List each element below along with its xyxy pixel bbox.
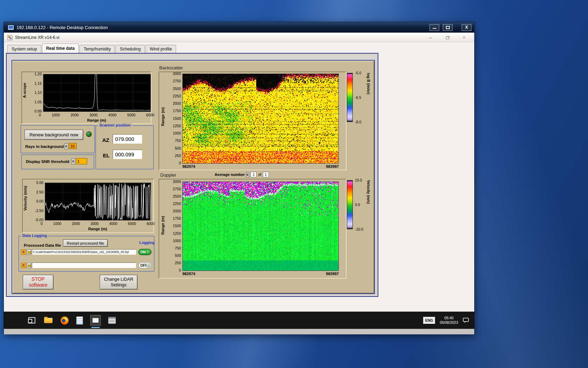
front-panel: Backscatter A-scope 1.201.151.101.050.99… — [6, 53, 378, 297]
snr-spinner[interactable] — [71, 158, 75, 164]
velocity-y-ticks: 5.002.500.00-2.50-5.00 — [27, 180, 43, 222]
doppler-x-ticks: 982974983997 — [182, 272, 339, 276]
backscatter-title: Backscatter — [159, 65, 183, 70]
backscatter-colorbar: -5.0-6.5-8.0 log B (/m/sr) — [347, 73, 376, 132]
taskbar-icons — [28, 312, 116, 329]
main-panel: Backscatter A-scope 1.201.151.101.050.99… — [12, 60, 375, 294]
processed-data-file-label: Processed Data file — [24, 243, 61, 247]
rdp-maximize-button[interactable] — [443, 24, 453, 31]
tab-scheduling[interactable]: Scheduling — [115, 45, 145, 53]
average-number-field[interactable]: 1 — [251, 172, 257, 177]
file-explorer-icon[interactable] — [44, 316, 53, 325]
doppler-colorbar-ticks: 10.00.0-10.0 — [355, 178, 363, 231]
app-close-button[interactable]: × — [460, 35, 469, 40]
el-label: EL — [103, 152, 110, 158]
restart-processed-file-button[interactable]: Restart processed file — [63, 239, 108, 247]
average-spinner[interactable] — [246, 172, 249, 177]
average-number-row: Average number 1 of 1 — [215, 172, 269, 177]
raw-path-row: C OFF — [21, 262, 152, 268]
backscatter-y-ticks: 3000275025002250200017501500125010007505… — [166, 71, 181, 165]
doppler-colorbar: 10.00.0-10.0 Velocity (m/s) — [347, 180, 376, 240]
ascope-chart: A-scope 1.201.151.101.050.99 01000200030… — [21, 71, 152, 124]
velocity-y-axis-label: Velocity (m/s) — [23, 186, 27, 211]
tab-temp-humidity[interactable]: Temp/humidity — [79, 45, 115, 53]
raw-browse-icon[interactable] — [27, 263, 31, 268]
remote-desktop-icon — [8, 25, 14, 30]
backscatter-colorbar-scale — [347, 73, 353, 122]
processed-path-row: C C:\Lidar\Data\Proc\2023\202308\2023080… — [21, 249, 152, 255]
rays-spinner[interactable] — [64, 143, 68, 149]
tab-wind-profile[interactable]: Wind profile — [146, 45, 176, 53]
az-value-field[interactable]: 079.000 — [113, 134, 142, 144]
tab-bar: System setup Real time data Temp/humidit… — [4, 42, 474, 53]
tab-real-time-data[interactable]: Real time data — [42, 43, 79, 53]
velocity-x-ticks: 0100020003000400050006000 — [41, 222, 155, 226]
el-value-field[interactable]: 000.099 — [113, 150, 142, 159]
doppler-colorbar-scale — [347, 180, 353, 229]
backscatter-chart: Range (m) 300027502500225020001750150012… — [159, 71, 346, 170]
doppler-y-ticks: 3000275025002250200017501500125010007505… — [166, 179, 181, 272]
app-titlebar[interactable]: StreamLine XR v14-6.vi – × — [4, 33, 474, 42]
minimize-icon — [433, 28, 436, 29]
rdp-window: 192.168.0.122 - Remote Desktop Connectio… — [4, 22, 475, 334]
firefox-icon[interactable] — [61, 316, 69, 325]
toggle-knob — [146, 263, 150, 268]
taskbar: ENG 05:40 05/08/2023 — [4, 312, 474, 329]
backscatter-y-axis-label: Range (m) — [161, 107, 165, 126]
app-minimize-button[interactable]: – — [426, 35, 435, 40]
renew-background-led — [86, 131, 92, 137]
rays-in-background-label: Rays in background — [25, 144, 64, 149]
data-logging-title: Data Logging — [21, 233, 48, 238]
processed-path-field[interactable]: C:\Lidar\Data\Proc\2023\202308\20230805\… — [32, 249, 136, 255]
renew-background-button[interactable]: Renew background now — [24, 130, 83, 140]
processed-drive-icon[interactable]: C — [21, 250, 26, 255]
backscatter-heatmap — [182, 74, 339, 164]
restore-icon — [446, 36, 449, 39]
processed-logging-toggle[interactable]: ON — [138, 249, 152, 255]
rdp-titlebar[interactable]: 192.168.0.122 - Remote Desktop Connectio… — [4, 22, 474, 33]
raw-logging-toggle[interactable]: OFF — [138, 262, 152, 268]
rdp-minimize-button[interactable] — [429, 24, 439, 31]
backscatter-colorbar-title: log B (/m/sr) — [366, 73, 371, 125]
ascope-y-ticks: 1.201.151.101.050.99 — [27, 72, 42, 113]
clock-date: 05/08/2023 — [440, 320, 458, 325]
velocity-x-axis-label: Range (m) — [45, 227, 150, 231]
taskbar-clock[interactable]: 05:40 05/08/2023 — [440, 316, 458, 325]
vi-icon — [7, 35, 13, 40]
rays-value-field[interactable]: 10 — [69, 143, 77, 149]
language-indicator[interactable]: ENG — [423, 317, 435, 324]
stop-software-button[interactable]: STOPsoftware — [23, 275, 54, 289]
data-logging-box: Data Logging Processed Data file Restart… — [19, 236, 154, 272]
average-total-field[interactable]: 1 — [263, 172, 269, 177]
doppler-chart: Range (m) 300027502500225020001750150012… — [159, 179, 346, 279]
rdp-title: 192.168.0.122 - Remote Desktop Connectio… — [16, 25, 108, 30]
snr-threshold-box: Display SNR threshold 1 — [21, 155, 94, 169]
az-label: AZ — [102, 137, 109, 143]
scan-scheduler-icon[interactable] — [108, 317, 116, 324]
task-view-icon[interactable] — [28, 316, 36, 325]
backscatter-colorbar-ticks: -5.0-6.5-8.0 — [355, 71, 361, 124]
raw-drive-icon[interactable]: C — [21, 263, 26, 268]
rdp-session: StreamLine XR v14-6.vi – × System setup … — [4, 33, 474, 334]
scanner-position-title: Scanner position — [98, 123, 132, 127]
background-controls-box: Renew background now Rays in background … — [21, 125, 95, 153]
clock-time: 05:40 — [444, 316, 454, 320]
snr-value-field[interactable]: 1 — [76, 158, 87, 164]
streamline-app-icon[interactable] — [91, 315, 100, 325]
app-restore-button[interactable] — [443, 35, 452, 40]
doppler-heatmap — [182, 182, 339, 271]
change-lidar-settings-button[interactable]: Change LiDARSettings — [100, 275, 138, 289]
taskbar-tray: ENG 05:40 05/08/2023 — [423, 312, 469, 329]
processed-browse-icon[interactable] — [27, 250, 31, 255]
tab-system-setup[interactable]: System setup — [7, 45, 41, 53]
ascope-x-ticks: 0100020003000400050006000 — [39, 113, 154, 117]
desktop: 192.168.0.122 - Remote Desktop Connectio… — [0, 0, 588, 368]
raw-path-field[interactable] — [32, 263, 136, 268]
snr-threshold-label: Display SNR threshold — [26, 159, 69, 164]
doppler-y-axis-label: Range (m) — [161, 216, 165, 235]
average-number-label: Average number — [215, 172, 245, 177]
notepad-icon[interactable] — [76, 316, 83, 325]
action-center-icon[interactable] — [463, 318, 469, 323]
rdp-close-button[interactable]: X — [462, 24, 471, 31]
logging-label: Logging — [139, 240, 154, 245]
